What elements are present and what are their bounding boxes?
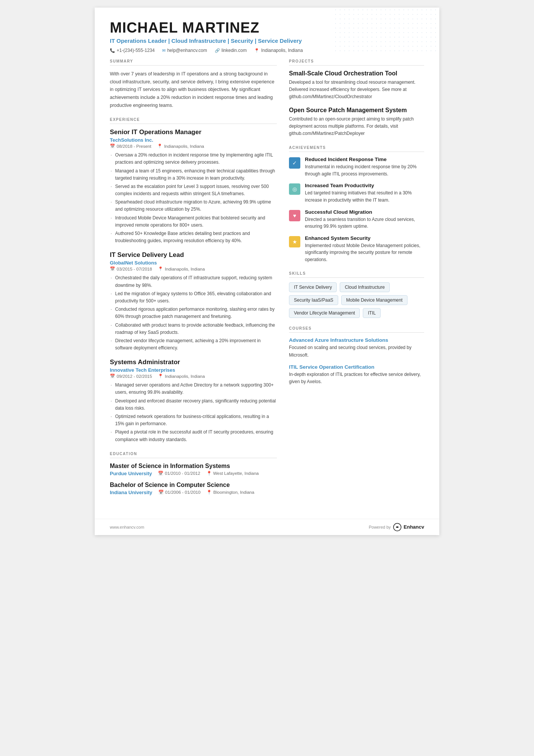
bullet-1-4: Spearheaded cloud infrastructure migrati… [110,199,277,213]
project-block-2: Open Source Patch Management System Cont… [289,107,424,138]
bullet-3-3: Optimized network operations for busines… [110,413,277,427]
job-block-2: IT Service Delivery Lead GlobalNet Solut… [110,251,277,352]
achievement-title-1: Reduced Incident Response Time [305,157,424,162]
main-content: SUMMARY With over 7 years of leadership … [95,59,439,519]
achievement-item-1: ✓ Reduced Incident Response Time Instrum… [289,157,424,177]
achievement-desc-4: Implemented robust Mobile Device Managem… [305,242,424,263]
edu-dates-1: 📅 01/2010 - 01/2012 [158,471,200,476]
summary-section: SUMMARY With over 7 years of leadership … [110,59,277,109]
phone-value: +1-(234)-555-1234 [117,48,155,53]
job-title-3: Systems Administrator [110,358,277,366]
bullet-1-6: Authored 50+ Knowledge Base articles det… [110,230,277,244]
brand-name: Enhancv [404,524,424,530]
edu-loc-1: 📍 West Lafayette, Indiana [206,471,259,476]
achievement-item-2: ◎ Increased Team Productivity Led target… [289,183,424,203]
pin-icon-1: 📍 [157,144,162,149]
linkedin-contact: 🔗 linkedin.com [215,48,247,53]
resume-page: MICHAEL MARTINEZ IT Operations Leader | … [95,8,439,535]
footer-brand: Powered by Enhancv [369,523,424,531]
location-value: Indianapolis, Indiana [261,48,303,53]
education-section: EDUCATION Master of Science in Informati… [110,452,277,495]
achievement-title-4: Enhanced System Security [305,235,424,241]
enhancv-logo-icon [393,523,401,531]
bullet-3-1: Managed server operations and Active Dir… [110,382,277,396]
skills-section: SKILLS IT Service Delivery Cloud Infrast… [289,271,424,318]
course-title-2: ITIL Service Operation Certification [289,364,424,370]
project-title-2: Open Source Patch Management System [289,107,424,114]
job-location-3: 📍 Indianapolis, Indiana [158,374,205,379]
left-column: SUMMARY With over 7 years of leadership … [110,59,277,504]
projects-label: PROJECTS [289,59,424,66]
achievement-desc-2: Led targeted training initiatives that r… [305,189,424,203]
job-block-3: Systems Administrator Innovative Tech En… [110,358,277,443]
project-desc-1: Developed a tool for streamlining cloud … [289,79,424,101]
job-location-2: 📍 Indianapolis, Indiana [158,266,205,271]
skill-tag-3: Security IaaS/PaaS [289,295,338,305]
candidate-title: IT Operations Leader | Cloud Infrastruct… [110,38,424,44]
job-meta-1: 📅 08/2018 - Present 📍 Indianapolis, Indi… [110,144,277,149]
job-title-2: IT Service Delivery Lead [110,251,277,259]
skill-tag-6: ITIL [363,308,381,318]
edu-block-2: Bachelor of Science in Computer Science … [110,482,277,495]
cal-icon-edu-2: 📅 [158,490,164,495]
bullet-2-2: Led the migration of legacy systems to O… [110,290,277,305]
calendar-icon-1: 📅 [110,144,115,149]
skill-tags-container: IT Service Delivery Cloud Infrastructure… [289,282,424,318]
job-dates-1: 📅 08/2018 - Present [110,144,151,149]
achievement-content-2: Increased Team Productivity Led targeted… [305,183,424,203]
project-block-1: Small-Scale Cloud Orchestration Tool Dev… [289,70,424,101]
skill-tag-2: Cloud Infrastructure [340,282,389,292]
pin-icon-3: 📍 [158,374,163,379]
project-desc-2: Contributed to an open-source project ai… [289,116,424,138]
achievement-content-1: Reduced Incident Response Time Instrumen… [305,157,424,177]
course-desc-2: In-depth exploration of ITIL practices f… [289,371,424,385]
edu-degree-2: Bachelor of Science in Computer Science [110,482,277,488]
course-title-1: Advanced Azure Infrastructure Solutions [289,337,424,343]
company-name-2: GlobalNet Solutions [110,260,277,266]
job-bullets-1: Oversaw a 20% reduction in incident resp… [110,152,277,244]
projects-section: PROJECTS Small-Scale Cloud Orchestration… [289,59,424,137]
edu-dates-2: 📅 01/2006 - 01/2010 [158,490,200,495]
achievement-icon-3: ♥ [289,210,300,221]
job-location-1: 📍 Indianapolis, Indiana [157,144,204,149]
linkedin-value: linkedin.com [222,48,247,53]
bullet-1-1: Oversaw a 20% reduction in incident resp… [110,152,277,166]
candidate-name: MICHAEL MARTINEZ [110,20,424,36]
right-column: PROJECTS Small-Scale Cloud Orchestration… [289,59,424,504]
cal-icon-edu-1: 📅 [158,471,163,476]
course-block-1: Advanced Azure Infrastructure Solutions … [289,337,424,358]
edu-degree-1: Master of Science in Information Systems [110,463,277,470]
bullet-3-2: Developed and enforced disaster recovery… [110,398,277,412]
achievement-item-3: ♥ Successful Cloud Migration Directed a … [289,209,424,230]
courses-section: COURSES Advanced Azure Infrastructure So… [289,326,424,385]
skill-tag-1: IT Service Delivery [289,282,337,292]
achievement-desc-1: Instrumental in reducing incident respon… [305,163,424,177]
location-icon: 📍 [254,48,259,53]
achievement-item-4: ★ Enhanced System Security Implemented r… [289,235,424,263]
job-bullets-3: Managed server operations and Active Dir… [110,382,277,443]
link-icon: 🔗 [215,48,220,53]
footer: www.enhancv.com Powered by Enhancv [95,519,439,535]
education-label: EDUCATION [110,452,277,458]
job-dates-3: 📅 09/2012 - 02/2015 [110,374,152,379]
powered-by-text: Powered by [369,525,391,529]
job-dates-2: 📅 03/2015 - 07/2018 [110,266,152,271]
achievement-icon-1: ✓ [289,157,300,169]
achievement-icon-2: ◎ [289,183,300,195]
courses-label: COURSES [289,326,424,333]
summary-text: With over 7 years of leadership in IT op… [110,70,277,109]
bullet-1-5: Introduced Mobile Device Management poli… [110,214,277,229]
experience-section: EXPERIENCE Senior IT Operations Manager … [110,117,277,443]
email-value: help@enhancv.com [167,48,207,53]
phone-icon: 📞 [110,48,115,53]
project-title-1: Small-Scale Cloud Orchestration Tool [289,70,424,77]
achievement-desc-3: Directed a seamless transition to Azure … [305,216,424,230]
achievement-icon-4: ★ [289,236,300,247]
footer-website: www.enhancv.com [110,525,144,529]
pin-icon-edu-1: 📍 [206,471,212,476]
achievements-section: ACHIEVEMENTS ✓ Reduced Incident Response… [289,146,424,263]
edu-school-1: Purdue University [110,471,152,476]
achievement-content-4: Enhanced System Security Implemented rob… [305,235,424,263]
header-section: MICHAEL MARTINEZ IT Operations Leader | … [95,8,439,59]
pin-icon-2: 📍 [158,266,163,271]
